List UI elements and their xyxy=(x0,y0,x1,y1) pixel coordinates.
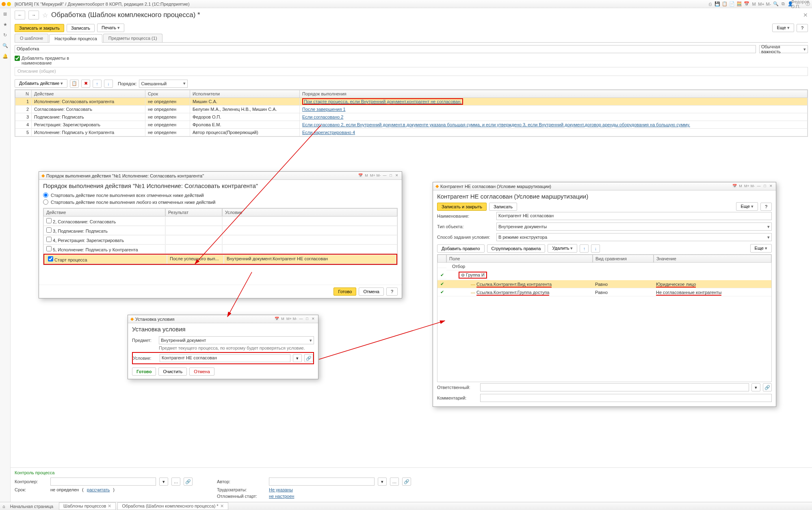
dlg1-done[interactable]: Готово xyxy=(333,287,356,296)
grid-icon[interactable]: ⊞ xyxy=(2,11,9,17)
tab-subjects[interactable]: Предметы процесса (1) xyxy=(103,34,162,42)
star-icon[interactable]: ★ xyxy=(2,21,9,28)
col-term[interactable]: Срок xyxy=(145,90,190,98)
table-row[interactable]: 1Исполнение: Согласовать контрагентане о… xyxy=(15,98,808,106)
add-items-checkbox[interactable] xyxy=(15,56,20,61)
dlg2-icon-max[interactable]: □ xyxy=(305,317,310,322)
dlg2-icon-m[interactable]: M xyxy=(280,317,285,322)
forward-button[interactable]: → xyxy=(28,11,39,19)
dlg2-cond-input[interactable]: Контрагент НЕ согласован xyxy=(160,354,290,362)
dlg1-hl-c[interactable]: Внутренний документ.Контрагент НЕ соглас… xyxy=(224,255,396,264)
add-action-button[interactable]: Добавить действие xyxy=(15,79,67,88)
dlg3-save[interactable]: Записать xyxy=(489,203,517,211)
dlg3-down-icon[interactable]: ↓ xyxy=(591,244,600,253)
save-close-button[interactable]: Записать и закрыть xyxy=(15,24,64,32)
dlg3-icon-close[interactable]: ✕ xyxy=(769,184,773,189)
dlg3-icon-cal[interactable]: 📅 xyxy=(732,184,737,189)
table-row[interactable]: 4Регистрация: Зарегистрироватьне определ… xyxy=(15,121,808,129)
dlg2-cancel[interactable]: Отмена xyxy=(189,367,214,376)
user-name[interactable]: Федоров О.П. xyxy=(797,1,803,7)
more-button[interactable]: Еще xyxy=(772,24,794,32)
dlg3-resp-input[interactable] xyxy=(480,383,749,391)
print-button[interactable]: Печать xyxy=(97,24,124,32)
template-name-input[interactable]: Обработка xyxy=(15,45,756,53)
delete-action-icon[interactable]: ✖ xyxy=(81,80,90,88)
importance-select[interactable]: Обычная важность xyxy=(759,45,808,53)
dlg3-type-select[interactable]: Внутренние документы xyxy=(496,223,772,231)
m-icon[interactable]: M xyxy=(751,1,757,7)
dlg1-row[interactable]: 4, Регистрация: Зарегистрировать xyxy=(43,235,397,244)
table-row[interactable]: 5Исполнение: Подписать у Контрагентане о… xyxy=(15,129,808,136)
controller-link[interactable]: 🔗 xyxy=(184,478,193,486)
dlg3-icon-m[interactable]: M xyxy=(738,184,743,189)
dlg3-name-input[interactable]: Контрагент НЕ согласован xyxy=(496,212,772,220)
move-up-icon[interactable]: ↑ xyxy=(93,80,102,88)
help-button[interactable]: ? xyxy=(797,24,808,32)
author-dots[interactable]: … xyxy=(390,478,399,486)
dlg3-group[interactable]: Сгруппировать правила xyxy=(487,244,546,253)
calendar-icon[interactable]: 📅 xyxy=(744,1,749,7)
back-button[interactable]: ← xyxy=(15,11,25,19)
dlg3-group-and[interactable]: Группа И xyxy=(466,272,485,277)
dlg1-icon-max[interactable]: □ xyxy=(388,173,393,178)
copy-action-icon[interactable]: 📋 xyxy=(70,80,79,88)
calc-link[interactable]: рассчитать xyxy=(87,487,110,492)
controller-dd[interactable]: ▾ xyxy=(159,478,168,486)
labor-val[interactable]: Не указаны xyxy=(269,487,293,492)
dlg3-help[interactable]: ? xyxy=(760,203,772,211)
author-input[interactable] xyxy=(269,478,375,486)
controller-dots[interactable]: … xyxy=(171,478,180,486)
col-order[interactable]: Порядок выполнения xyxy=(300,90,808,98)
dlg1-icon-close[interactable]: ✕ xyxy=(394,173,399,178)
tab-about[interactable]: О шаблоне xyxy=(15,34,48,42)
m-plus-icon[interactable]: M+ xyxy=(758,1,764,7)
copy-icon[interactable]: 📋 xyxy=(722,1,728,7)
dlg2-icon-min[interactable]: — xyxy=(299,317,303,322)
dlg3-rule2-row[interactable]: ✔ — Ссылка.Контрагент.Группа доступа Рав… xyxy=(437,288,771,296)
dlg1-cancel[interactable]: Отмена xyxy=(359,287,383,296)
print-icon[interactable]: ⎙ xyxy=(707,1,713,7)
dlg3-save-close[interactable]: Записать и закрыть xyxy=(437,203,487,211)
order-select[interactable]: Смешанный xyxy=(139,80,188,88)
dlg3-icon-mm[interactable]: M- xyxy=(750,184,755,189)
dlg2-icon-mp[interactable]: M+ xyxy=(286,317,291,322)
dlg3-rule1-row[interactable]: ✔ — Ссылка.Контрагент.Вид контрагента Ра… xyxy=(437,280,771,288)
dlg1-icon-mp[interactable]: M+ xyxy=(370,173,375,178)
move-down-icon[interactable]: ↓ xyxy=(104,80,113,88)
defstart-val[interactable]: не настроен xyxy=(269,494,294,499)
dlg1-hl-chk[interactable] xyxy=(48,256,53,261)
author-link[interactable]: 🔗 xyxy=(402,478,411,486)
description-box[interactable]: Описание (общее) xyxy=(15,67,808,76)
dlg3-more2[interactable]: Еще xyxy=(750,244,772,253)
dlg1-icon-cal[interactable]: 📅 xyxy=(358,173,363,178)
col-n[interactable]: N xyxy=(15,90,32,98)
tab-settings[interactable]: Настройки процесса xyxy=(49,34,102,43)
dlg1-row[interactable]: 3, Подписание: Подписать xyxy=(43,226,397,235)
bell-icon[interactable]: 🔔 xyxy=(2,53,9,59)
taskbar-close-1[interactable]: ✕ xyxy=(108,504,111,508)
taskbar-item-2[interactable]: Обработка (Шаблон комплексного процесса)… xyxy=(117,502,228,510)
table-row[interactable]: 3Подписание: Подписатьне определенФедоро… xyxy=(15,113,808,121)
dlg3-add-rule[interactable]: Добавить правило xyxy=(437,244,485,253)
dlg1-radio-all[interactable] xyxy=(43,192,48,198)
dlg3-resp-dd[interactable]: ▾ xyxy=(751,383,760,391)
dlg2-clear[interactable]: Очистить xyxy=(158,367,187,376)
dlg1-row[interactable]: 5, Исполнение: Подписать у Контрагента xyxy=(43,244,397,254)
dlg1-hl-row[interactable]: Старт процесса После успешного вып... Вн… xyxy=(43,254,397,265)
dlg1-icon-m[interactable]: M xyxy=(364,173,369,178)
dlg3-mode-select[interactable]: В режиме конструктора xyxy=(496,233,772,241)
history-icon[interactable]: ↻ xyxy=(2,32,9,38)
dlg2-icon-mm[interactable]: M- xyxy=(292,317,297,322)
dlg1-icon-min[interactable]: — xyxy=(382,173,387,178)
search-icon[interactable]: 🔍 xyxy=(773,1,779,7)
dlg3-comment-input[interactable] xyxy=(480,394,772,402)
table-row[interactable]: 2Согласование: Согласоватьне определенБе… xyxy=(15,106,808,113)
dlg3-up-icon[interactable]: ↑ xyxy=(580,244,589,253)
dlg2-cond-link-icon[interactable]: 🔗 xyxy=(304,354,313,362)
doc-icon[interactable]: 📄 xyxy=(729,1,735,7)
window-icon[interactable]: ⧉ xyxy=(780,1,786,7)
col-exec[interactable]: Исполнители xyxy=(190,90,300,98)
home-icon[interactable]: ⌂ xyxy=(2,504,5,509)
dlg1-radio-any[interactable] xyxy=(43,199,48,205)
col-action[interactable]: Действие xyxy=(32,90,145,98)
